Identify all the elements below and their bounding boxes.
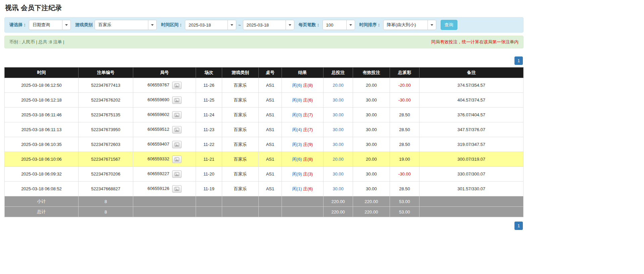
image-icon [175, 157, 179, 161]
table-no-cell: AS1 [259, 108, 282, 122]
total-bet-link[interactable]: 30.00 [333, 97, 344, 103]
round-id: 606559407 [147, 142, 169, 147]
valid-bet-cell: 30.00 [353, 167, 390, 182]
time-sort-value: 降幂(由大到小) [384, 22, 428, 28]
game-type-select[interactable]: 百家乐 [95, 20, 157, 30]
total-bet-link[interactable]: 30.00 [333, 142, 344, 147]
session-cell: 11-20 [196, 167, 222, 182]
time-sort-group: 时间排序： 降幂(由大到小) [359, 20, 436, 30]
date-from-select[interactable]: 2025-03-18 [185, 20, 236, 30]
result-cell: 闲(6) 庄(8) [282, 152, 324, 167]
view-round-button[interactable] [172, 141, 182, 148]
total-bet-link[interactable]: 20.00 [333, 83, 344, 88]
total-bet-link[interactable]: 30.00 [333, 127, 344, 132]
content: 请选择： 日期查询 游戏类别 百家乐 时间区间： 2025-03-18 [4, 17, 524, 230]
bet-id-cell: 522347676202 [79, 93, 133, 108]
query-type-select[interactable]: 日期查询 [29, 20, 71, 30]
valid-bet-cell: 30.00 [353, 108, 390, 122]
bet-id-cell: 522347675135 [79, 108, 133, 122]
game-type-cell: 百家乐 [222, 182, 259, 196]
time-cell: 2025-03-18 06:10:06 [5, 152, 79, 167]
view-round-button[interactable] [172, 82, 182, 89]
range-separator: ~ [238, 23, 241, 28]
chevron-down-icon [428, 20, 436, 30]
summary-cell: 220.00 [324, 196, 353, 207]
time-cell: 2025-03-18 06:11:13 [5, 122, 79, 137]
result-player: 闲(6) [292, 157, 302, 162]
info-bar: 币别 : 人民币 | 总共 :8 注单 | 同局有效投注，统一计算在该局第一张注… [4, 36, 524, 48]
view-round-button[interactable] [172, 156, 182, 163]
round-id: 606559690 [147, 97, 169, 102]
table-row: 2025-03-18 06:08:52522347668827606559126… [5, 182, 524, 196]
round-id: 606559227 [147, 171, 169, 176]
view-round-button[interactable] [172, 126, 182, 133]
game-type-label: 游戏类别 [75, 22, 93, 28]
page-number-button[interactable]: 1 [514, 56, 523, 65]
result-cell: 闲(1) 庄(6) [282, 182, 324, 196]
view-round-button[interactable] [172, 185, 182, 193]
page: 视讯 会员下注纪录 请选择： 日期查询 游戏类别 百家乐 时间区间： [0, 0, 644, 274]
column-header: 桌号 [259, 68, 282, 78]
round-id: 606559126 [147, 186, 169, 191]
table-no-cell: AS1 [259, 78, 282, 93]
result-cell: 闲(9) 庄(3) [282, 167, 324, 182]
result-player: 闲(6) [292, 83, 302, 88]
result-banker: 庄(9) [303, 142, 313, 147]
payout-cell: 28.50 [390, 108, 419, 122]
result-cell: 闲(3) 庄(9) [282, 137, 324, 152]
summary-cell: 220.00 [324, 207, 353, 217]
bet-id-cell: 522347670206 [79, 167, 133, 182]
page-title: 视讯 会员下注纪录 [5, 3, 640, 12]
result-cell: 闲(8) 庄(6) [282, 93, 324, 108]
date-from-value: 2025-03-18 [185, 23, 228, 28]
column-header: 场次 [196, 68, 222, 78]
total-bet-link[interactable]: 30.00 [333, 171, 344, 177]
session-cell: 11-24 [196, 108, 222, 122]
round-cell: 606559227 [133, 167, 196, 182]
round-id: 606559767 [147, 82, 169, 87]
view-round-button[interactable] [172, 111, 182, 119]
summary-cell [419, 196, 524, 207]
page-number-button[interactable]: 1 [514, 222, 523, 230]
game-type-cell: 百家乐 [222, 167, 259, 182]
column-header: 结果 [282, 68, 324, 78]
round-cell: 606559332 [133, 152, 196, 167]
image-icon [175, 128, 179, 132]
result-banker: 庄(8) [303, 83, 313, 88]
view-round-button[interactable] [172, 96, 182, 104]
time-sort-select[interactable]: 降幂(由大到小) [383, 20, 436, 30]
bet-id-cell: 522347673950 [79, 122, 133, 137]
total-bet-link[interactable]: 20.00 [333, 157, 344, 162]
summary-cell [282, 207, 324, 217]
per-page-group: 每页笔数： 100 [299, 20, 355, 30]
summary-cell [222, 207, 259, 217]
result-cell: 闲(4) 庄(7) [282, 122, 324, 137]
image-icon [175, 98, 179, 102]
result-player: 闲(0) [292, 112, 302, 117]
valid-bet-cell: 30.00 [353, 137, 390, 152]
session-cell: 11-25 [196, 93, 222, 108]
game-type-cell: 百家乐 [222, 78, 259, 93]
round-cell: 606559767 [133, 78, 196, 93]
valid-bet-cell: 20.00 [353, 78, 390, 93]
game-type-group: 游戏类别 百家乐 [75, 20, 157, 30]
per-page-select[interactable]: 100 [323, 20, 355, 30]
valid-bet-cell: 20.00 [353, 152, 390, 167]
chevron-down-icon [346, 20, 355, 30]
summary-cell [133, 196, 196, 207]
date-to-select[interactable]: 2025-03-18 [243, 20, 294, 30]
pagination-top: 1 [4, 56, 523, 65]
chevron-down-icon [286, 20, 294, 30]
time-cell: 2025-03-18 06:12:50 [5, 78, 79, 93]
total-bet-link[interactable]: 30.00 [333, 112, 344, 117]
round-id: 606559332 [147, 156, 169, 161]
table-no-cell: AS1 [259, 137, 282, 152]
search-button[interactable]: 查询 [441, 20, 457, 30]
column-header: 局号 [133, 68, 196, 78]
round-cell: 606559407 [133, 137, 196, 152]
total-bet-link[interactable]: 30.00 [333, 186, 344, 191]
query-type-group: 请选择： 日期查询 [9, 20, 71, 30]
summary-cell [222, 196, 259, 207]
valid-bet-cell: 30.00 [353, 122, 390, 137]
view-round-button[interactable] [172, 170, 182, 178]
